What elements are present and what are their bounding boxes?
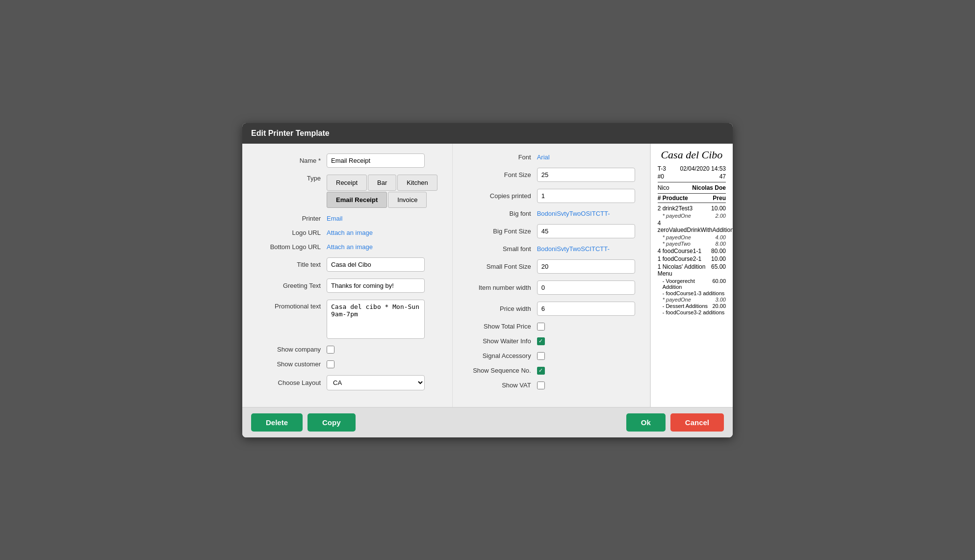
list-item: 1 foodCourse2-1 10.00 xyxy=(658,255,726,262)
item-name: 4 zeroValuedDrinkWithAdditions xyxy=(658,220,733,233)
name-label: Name * xyxy=(257,157,321,164)
type-row: Type Receipt Bar Kitchen Email Receipt I… xyxy=(257,175,437,208)
show-waiter-info-row: Show Waiter Info xyxy=(467,337,635,345)
printer-link[interactable]: Email xyxy=(327,215,343,222)
item-price: 10.00 xyxy=(711,255,726,262)
sub-price: 2.00 xyxy=(716,213,726,219)
small-font-link[interactable]: BodoniSvtyTwoSCITCTT- xyxy=(537,245,610,253)
sub-price: 4.00 xyxy=(716,234,726,240)
cancel-button[interactable]: Cancel xyxy=(670,413,724,432)
show-vat-checkbox[interactable] xyxy=(537,382,545,389)
printer-row: Printer Email xyxy=(257,215,437,222)
big-font-size-row: Big Font Size xyxy=(467,224,635,238)
font-size-row: Font Size xyxy=(467,168,635,182)
greeting-text-input[interactable] xyxy=(327,279,425,293)
type-btn-invoice[interactable]: Invoice xyxy=(388,192,427,208)
show-sequence-no-checkbox[interactable] xyxy=(537,367,545,375)
show-total-price-checkbox[interactable] xyxy=(537,323,545,331)
preview-col-header: # Producte Preu xyxy=(658,193,726,203)
show-total-price-label: Show Total Price xyxy=(467,323,531,330)
choose-layout-label: Choose Layout xyxy=(257,379,321,386)
price-width-row: Price width xyxy=(467,302,635,316)
list-item: * payedTwo 8.00 xyxy=(663,241,726,247)
item-number-width-input[interactable] xyxy=(537,280,635,295)
preview-restaurant-name: Casa del Cibo xyxy=(658,149,726,161)
bottom-logo-url-label: Bottom Logo URL xyxy=(257,243,321,251)
type-btn-email-receipt[interactable]: Email Receipt xyxy=(327,192,387,208)
show-company-checkbox[interactable] xyxy=(327,346,334,354)
show-customer-checkbox[interactable] xyxy=(327,360,334,368)
dialog-title: Edit Printer Template xyxy=(242,123,733,144)
list-item: - foodCourse3-2 additions xyxy=(663,309,726,315)
list-item: - Dessert Additions 20.00 xyxy=(663,303,726,309)
list-item: 1 Nicolas' Addition Menu 65.00 xyxy=(658,263,726,277)
big-font-size-label: Big Font Size xyxy=(467,228,531,235)
right-panel: Font Arial Font Size Copies printed Big … xyxy=(452,144,650,407)
list-item: * payedOne 2.00 xyxy=(663,213,726,219)
item-price: 65.00 xyxy=(711,263,726,277)
title-text-input[interactable] xyxy=(327,257,425,272)
list-item: 4 zeroValuedDrinkWithAdditions 0.00 xyxy=(658,220,726,233)
name-row: Name * xyxy=(257,153,437,168)
signal-accessory-checkbox[interactable] xyxy=(537,352,545,360)
printer-label: Printer xyxy=(257,215,321,222)
big-font-size-input[interactable] xyxy=(537,224,635,238)
copy-button[interactable]: Copy xyxy=(308,413,356,432)
sub-name: * payedTwo xyxy=(663,241,691,247)
small-font-size-input[interactable] xyxy=(537,259,635,274)
list-item: - foodCourse1-3 additions xyxy=(663,290,726,296)
type-btn-receipt[interactable]: Receipt xyxy=(327,175,367,191)
font-size-input[interactable] xyxy=(537,168,635,182)
preview-date: 02/04/2020 14:53 xyxy=(680,165,726,172)
preview-table: T-3 xyxy=(658,165,666,172)
item-price: 80.00 xyxy=(711,248,726,255)
logo-url-link[interactable]: Attach an image xyxy=(327,229,373,236)
small-font-row: Small font BodoniSvtyTwoSCITCTT- xyxy=(467,245,635,253)
bottom-logo-url-link[interactable]: Attach an image xyxy=(327,243,373,251)
item-name: 2 drink2Test3 xyxy=(658,205,693,212)
font-link[interactable]: Arial xyxy=(537,153,550,161)
choose-layout-select[interactable]: CA xyxy=(327,375,425,390)
name-input[interactable] xyxy=(327,153,425,168)
preview-order-num: #0 xyxy=(658,173,664,180)
big-font-link[interactable]: BodoniSvtyTwoOSITCTT- xyxy=(537,210,610,217)
greeting-text-row: Greeting Text xyxy=(257,279,437,293)
big-font-label: Big font xyxy=(467,210,531,217)
type-btn-kitchen[interactable]: Kitchen xyxy=(397,175,437,191)
show-vat-label: Show VAT xyxy=(467,382,531,389)
list-item: 4 foodCourse1-1 80.00 xyxy=(658,248,726,255)
type-btn-bar[interactable]: Bar xyxy=(368,175,396,191)
show-customer-row: Show customer xyxy=(257,360,437,368)
item-name: - Dessert Additions xyxy=(663,303,708,309)
show-sequence-no-row: Show Sequence No. xyxy=(467,367,635,375)
signal-accessory-label: Signal Accessory xyxy=(467,352,531,359)
big-font-row: Big font BodoniSvtyTwoOSITCTT- xyxy=(467,210,635,217)
item-number-width-label: Item number width xyxy=(467,284,531,291)
footer-right: Ok Cancel xyxy=(626,413,724,432)
item-name: - foodCourse3-2 additions xyxy=(663,309,725,315)
preview-divider-1 xyxy=(658,182,726,182)
font-row: Font Arial xyxy=(467,153,635,161)
title-text-row: Title text xyxy=(257,257,437,272)
item-number-width-row: Item number width xyxy=(467,280,635,295)
type-label: Type xyxy=(257,175,321,182)
font-size-label: Font Size xyxy=(467,171,531,178)
footer-left: Delete Copy xyxy=(251,413,356,432)
item-price: 20.00 xyxy=(712,303,726,309)
promotional-text-row: Promotional text xyxy=(257,300,437,339)
show-waiter-info-checkbox[interactable] xyxy=(537,337,545,345)
delete-button[interactable]: Delete xyxy=(251,413,303,432)
show-sequence-no-label: Show Sequence No. xyxy=(467,367,531,374)
promotional-text-input[interactable] xyxy=(327,300,425,339)
price-width-label: Price width xyxy=(467,305,531,312)
list-item: 2 drink2Test3 10.00 xyxy=(658,205,726,212)
title-text-label: Title text xyxy=(257,261,321,268)
ok-button[interactable]: Ok xyxy=(626,413,666,432)
logo-url-row: Logo URL Attach an image xyxy=(257,229,437,236)
small-font-size-label: Small Font Size xyxy=(467,263,531,270)
copies-printed-input[interactable] xyxy=(537,189,635,203)
item-name: - foodCourse1-3 additions xyxy=(663,290,725,296)
copies-printed-row: Copies printed xyxy=(467,189,635,203)
item-name: 1 foodCourse2-1 xyxy=(658,255,701,262)
price-width-input[interactable] xyxy=(537,302,635,316)
